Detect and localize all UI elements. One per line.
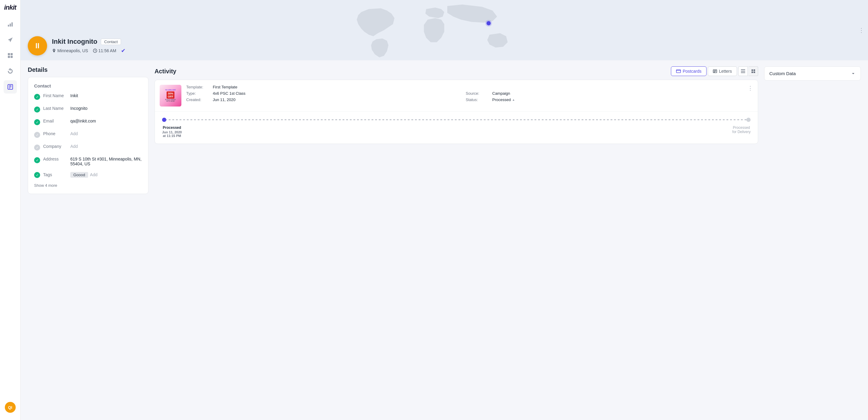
contact-badge-button[interactable]: Contact [101,39,121,45]
field-value-first-name: Inkit [70,93,142,98]
content-area: Details Contact ✓ First Name Inkit ✓ Las… [21,60,868,420]
activity-tabs: Postcards Letters [671,66,758,76]
dashboard-icon [7,53,13,59]
activity-detail-row-type: Type: 4x6 PSC 1st Class Source: Campaign [186,91,743,96]
contact-card-title: Contact [34,83,142,88]
svg-rect-19 [741,71,745,71]
analytics-icon [7,21,13,27]
sidebar-item-analytics[interactable] [4,18,17,31]
field-label-last-name: Last Name [43,106,67,111]
field-row-last-name: ✓ Last Name Incognito [34,106,142,115]
svg-rect-24 [753,71,755,73]
activity-item-more[interactable]: ⋮ [748,85,753,91]
map-more-options[interactable]: ⋮ [858,27,864,34]
profile-header: II Inkit Incognito Contact Minneapolis, … [21,31,868,60]
grid-view-icon [751,69,755,73]
status-chevron: ▲ [512,98,515,101]
tag-add-link[interactable]: Add [90,172,97,177]
field-icon-company: ✓ [34,144,40,151]
created-label: Created: [186,97,210,102]
map-area: II Inkit Incognito Contact Minneapolis, … [21,0,868,60]
verified-badge: ✔ [121,47,126,54]
track-line [165,120,748,120]
custom-data-column: Custom Data [764,66,861,414]
activity-item: TO 25% OFF 30%OFF BLACK FRIDAYARTS NOW! … [155,80,758,111]
field-label-company: Company [43,144,67,149]
field-label-phone: Phone [43,131,67,136]
location-pin-icon [52,49,56,53]
activity-item-details: Template: First Template Type: 4x6 PSC 1… [186,85,743,102]
list-view-button[interactable] [738,66,748,76]
field-value-phone[interactable]: Add [70,131,142,136]
template-label: Template: [186,85,210,89]
field-row-phone: ✓ Phone Add [34,131,142,140]
svg-rect-18 [741,69,745,70]
custom-data-dropdown[interactable]: Custom Data [764,66,861,80]
field-row-tags: ✓ Tags Goood Add [34,170,142,179]
field-label-email: Email [43,119,67,123]
tab-postcards[interactable]: Postcards [671,66,707,76]
postcard-preview: TO 25% OFF 30%OFF BLACK FRIDAYARTS NOW! [160,85,181,106]
field-value-company[interactable]: Add [70,144,142,149]
field-row-email: ✓ Email qa@inkit.com [34,119,142,127]
svg-rect-6 [10,56,13,58]
progress-track [162,118,751,122]
field-icon-tags: ✓ [34,172,40,178]
app-logo: inkit [4,4,16,11]
list-view-icon [741,69,745,73]
profile-avatar: II [28,36,47,56]
show-more-button[interactable]: Show 4 more [34,183,142,188]
type-label: Type: [186,91,210,96]
field-label-address: Address [43,157,67,161]
field-value-address: 619 S 10th St #301, Minneapolis, MN, 554… [70,157,142,166]
svg-rect-22 [753,69,755,71]
source-label: Source: [466,91,490,96]
tab-letters[interactable]: Letters [708,66,737,76]
view-toggle [738,66,758,76]
history-icon [7,68,13,74]
track-dot-processed [162,118,166,122]
profile-time: 11:56 AM [93,48,116,53]
profile-meta: Minneapolis, US 11:56 AM ✔ [52,47,126,54]
field-label-first-name: First Name [43,93,67,98]
svg-rect-2 [11,22,13,27]
sidebar-item-history[interactable] [4,65,17,78]
field-icon-phone: ✓ [34,132,40,138]
field-label-tags: Tags [43,172,67,177]
field-row-address: ✓ Address 619 S 10th St #301, Minneapoli… [34,157,142,166]
letters-icon [713,69,717,73]
details-column: Details Contact ✓ First Name Inkit ✓ Las… [28,66,149,414]
activity-detail-row-created: Created: Jun 11, 2020 Status: Processed … [186,97,743,102]
svg-rect-12 [676,70,681,73]
svg-rect-0 [8,25,9,27]
progress-label-processed: Processed Jun 11, 2020 at 11:15 PM [162,126,182,137]
sidebar-item-dashboard[interactable] [4,49,17,62]
sidebar: inkit QI [0,0,21,420]
field-icon-address: ✓ [34,157,40,163]
svg-rect-20 [741,72,745,73]
source-value: Campaign [492,91,743,96]
grid-view-button[interactable] [748,66,758,76]
contacts-icon [7,84,13,90]
main-content: II Inkit Incognito Contact Minneapolis, … [21,0,868,420]
sidebar-item-contacts[interactable] [4,80,17,94]
field-icon-email: ✓ [34,119,40,125]
activity-column: Activity Postcards Letters [155,66,758,414]
send-icon [7,37,13,43]
activity-section-title: Activity [155,68,176,75]
sidebar-item-send[interactable] [4,33,17,46]
progress-labels: Processed Jun 11, 2020 at 11:15 PM Proce… [162,126,751,137]
user-avatar[interactable]: QI [5,402,16,413]
created-value: Jun 11, 2020 [213,97,463,102]
svg-rect-4 [10,53,13,55]
profile-name-row: Inkit Incognito Contact [52,38,126,45]
details-section-title: Details [28,66,149,73]
chevron-down-icon [851,71,856,76]
svg-rect-5 [8,56,10,58]
field-row-first-name: ✓ First Name Inkit [34,93,142,102]
track-dot-delivery [746,118,751,122]
template-value: First Template [213,85,743,89]
progress-track-container: Processed Jun 11, 2020 at 11:15 PM Proce… [155,111,758,143]
tag-goood: Goood [70,172,88,178]
details-card: Contact ✓ First Name Inkit ✓ Last Name I… [28,77,149,194]
